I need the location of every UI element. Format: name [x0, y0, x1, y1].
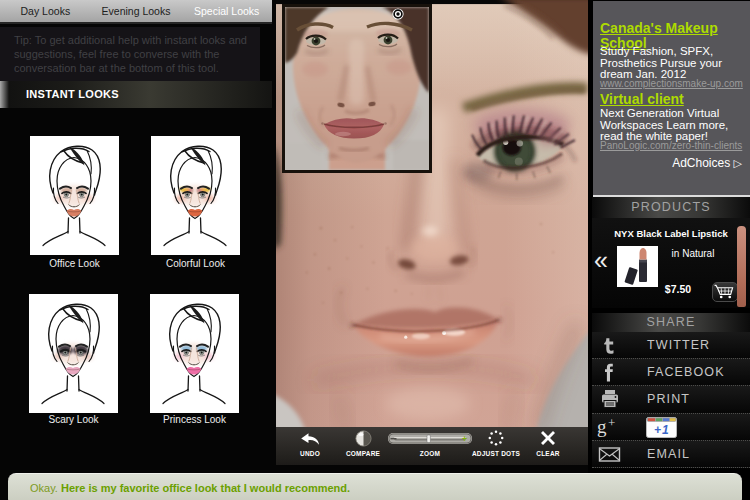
svg-text:+1: +1 [654, 423, 670, 437]
svg-text:+: + [608, 416, 615, 430]
svg-text:g: g [597, 416, 607, 437]
